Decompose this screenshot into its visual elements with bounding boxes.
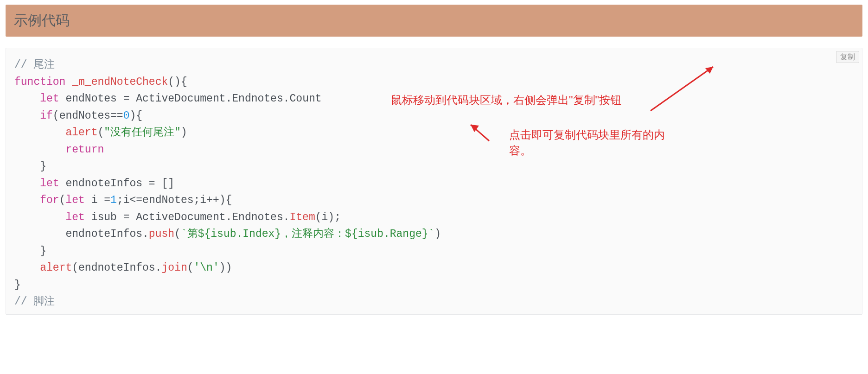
code-token: } bbox=[14, 279, 21, 291]
code-token: (endnoteInfos. bbox=[72, 262, 161, 274]
code-token: )) bbox=[219, 262, 232, 274]
code-token: i = bbox=[85, 194, 110, 206]
code-token: 0 bbox=[123, 110, 130, 122]
code-token: (endNotes== bbox=[53, 110, 123, 122]
code-token: (i); bbox=[315, 211, 341, 223]
code-token: ;i<=endNotes;i++){ bbox=[117, 194, 232, 206]
code-token: ){ bbox=[129, 110, 142, 122]
section-title: 示例代码 bbox=[14, 13, 70, 28]
code-token: ( bbox=[59, 194, 66, 206]
code-token: (){ bbox=[168, 76, 187, 88]
annotation-hover-hint: 鼠标移动到代码块区域，右侧会弹出"复制"按钮 bbox=[391, 92, 621, 108]
code-token: let bbox=[65, 211, 84, 223]
code-token: if bbox=[40, 110, 53, 122]
code-token: ) bbox=[181, 127, 187, 139]
code-token: ( bbox=[97, 127, 104, 139]
code-token: return bbox=[65, 144, 104, 156]
code-token: let bbox=[65, 194, 84, 206]
code-token bbox=[14, 93, 40, 105]
code-token: join bbox=[161, 262, 187, 274]
annotation-click-hint: 点击即可复制代码块里所有的内容。 bbox=[509, 127, 676, 158]
section-header: 示例代码 bbox=[6, 5, 862, 37]
code-token: '\n' bbox=[194, 262, 219, 274]
code-token: endnoteInfos = [] bbox=[59, 177, 174, 190]
code-token: function bbox=[14, 76, 65, 88]
code-token: _m_endNoteCheck bbox=[72, 76, 168, 88]
code-token: Item bbox=[290, 211, 315, 223]
code-token: } bbox=[14, 160, 46, 172]
code-token: alert bbox=[65, 127, 97, 139]
code-token: let bbox=[40, 177, 59, 190]
code-token: ) bbox=[434, 228, 441, 240]
code-token: // 尾注 bbox=[14, 59, 55, 71]
code-token: alert bbox=[40, 262, 72, 274]
code-token bbox=[14, 194, 40, 206]
code-token bbox=[14, 127, 65, 139]
code-token: endnoteInfos. bbox=[14, 228, 149, 240]
code-token: ( bbox=[187, 262, 194, 274]
code-token: isub = ActiveDocument.Endnotes. bbox=[85, 211, 290, 223]
code-token bbox=[65, 76, 72, 88]
code-token: // 脚注 bbox=[14, 296, 55, 308]
code-token: ( bbox=[174, 228, 181, 240]
code-token bbox=[14, 262, 40, 274]
code-token: push bbox=[149, 228, 174, 240]
code-token bbox=[14, 177, 40, 190]
code-token: "没有任何尾注" bbox=[104, 127, 181, 139]
code-token: for bbox=[40, 194, 59, 206]
copy-button[interactable]: 复制 bbox=[836, 51, 859, 63]
code-token bbox=[14, 211, 65, 223]
code-token: } bbox=[14, 245, 46, 257]
code-token: 1 bbox=[110, 194, 117, 206]
code-token bbox=[14, 144, 65, 156]
code-token: let bbox=[40, 93, 59, 105]
code-token bbox=[14, 110, 40, 122]
code-content: // 尾注 function _m_endNoteCheck(){ let en… bbox=[6, 48, 862, 314]
code-token: `第${isub.Index}，注释内容：${isub.Range}` bbox=[181, 228, 434, 240]
code-block: 复制 // 尾注 function _m_endNoteCheck(){ let… bbox=[6, 48, 862, 315]
code-token: endNotes = ActiveDocument.Endnotes.Count bbox=[59, 93, 322, 105]
